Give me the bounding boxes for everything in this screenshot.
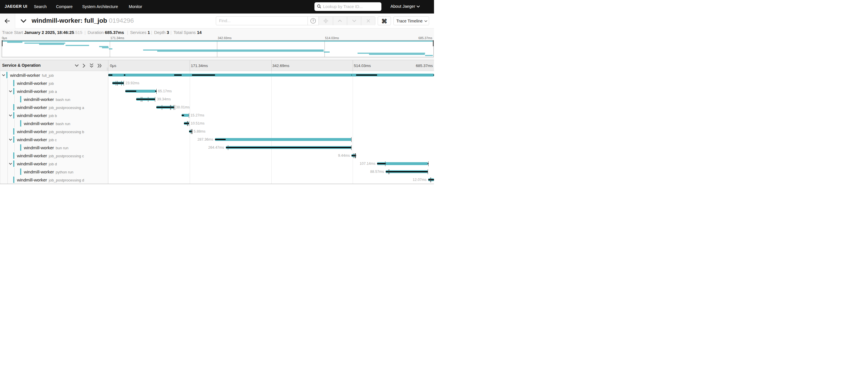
svg-text:?: ? — [312, 19, 314, 23]
